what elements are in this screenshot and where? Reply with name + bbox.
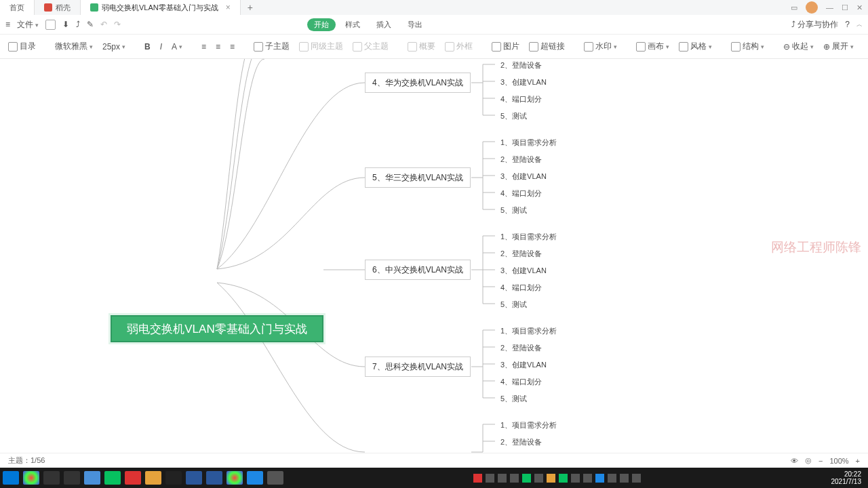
redo-icon[interactable]: ↷	[114, 20, 121, 29]
app-icon-6[interactable]	[267, 471, 283, 485]
taskbar: 20:222021/7/13	[0, 468, 868, 488]
tb-align-center[interactable]: ≡	[216, 42, 220, 52]
leaf-node[interactable]: 2、登陆设备	[500, 343, 542, 353]
branch-node[interactable]: 6、中兴交换机VLAN实战	[365, 260, 471, 280]
tb-styletheme[interactable]: 风格▾	[679, 41, 712, 52]
tb-catalog[interactable]: 目录	[8, 41, 36, 52]
leaf-node[interactable]: 3、创建VLAN	[500, 77, 547, 87]
chrome-icon[interactable]	[23, 471, 39, 485]
tab-pdf[interactable]: 稻壳	[35, 0, 81, 15]
share-button[interactable]: ⤴ 分享与协作	[791, 19, 838, 30]
tb-size[interactable]: 25px▾	[102, 42, 125, 52]
tb-parent: 父主题	[353, 41, 389, 52]
leaf-node[interactable]: 1、项目需求分析	[500, 138, 557, 148]
word-icon[interactable]	[186, 471, 202, 485]
brush-icon[interactable]: ✎	[87, 20, 94, 29]
tb-sibling: 同级主题	[299, 41, 343, 52]
leaf-node[interactable]: 3、创建VLAN	[500, 266, 547, 276]
leaf-node[interactable]: 1、项目需求分析	[500, 420, 557, 430]
app-icon-5[interactable]	[247, 471, 263, 485]
menu-style[interactable]: 样式	[338, 18, 367, 31]
tab-add[interactable]: +	[241, 2, 260, 13]
tb-canvas[interactable]: 画布▾	[636, 41, 669, 52]
close-icon[interactable]: ×	[226, 3, 231, 12]
tab-active[interactable]: 弱电交换机VLAN零基础入门与实战×	[81, 0, 241, 15]
system-tray[interactable]	[473, 474, 641, 483]
leaf-node[interactable]: 4、端口划分	[500, 94, 542, 104]
tb-bold[interactable]: B	[144, 42, 151, 52]
mindmap-canvas[interactable]: 弱电交换机VLAN零基础入门与实战 4、华为交换机VLAN实战2、登陆设备3、创…	[0, 59, 868, 453]
branch-node[interactable]: 7、思科交换机VLAN实战	[365, 357, 471, 377]
pdf-icon	[44, 3, 52, 12]
new-doc-icon[interactable]	[45, 20, 56, 30]
leaf-node[interactable]: 5、测试	[500, 111, 527, 121]
wps-icon[interactable]	[125, 471, 141, 485]
tb-subtopic[interactable]: 子主题	[254, 41, 290, 52]
leaf-node[interactable]: 5、测试	[500, 394, 527, 404]
app-icon-4[interactable]	[145, 471, 161, 485]
leaf-node[interactable]: 1、项目需求分析	[500, 232, 557, 242]
chrome-icon-2[interactable]	[226, 471, 243, 485]
leaf-node[interactable]: 5、测试	[500, 205, 527, 216]
download-icon[interactable]: ⬇	[62, 20, 69, 29]
leaf-node[interactable]: 2、登陆设备	[500, 155, 542, 165]
menubar: ≡ 文件 ▾ ⬇ ⤴ ✎ ↶ ↷ 开始 样式 插入 导出 ⤴ 分享与协作 ? ︿	[0, 15, 868, 35]
leaf-node[interactable]: 5、测试	[500, 300, 527, 310]
wechat-icon[interactable]	[104, 471, 121, 485]
word-icon-2[interactable]	[206, 471, 222, 485]
leaf-node[interactable]: 3、创建VLAN	[500, 360, 547, 370]
branch-node[interactable]: 5、华三交换机VLAN实战	[365, 167, 471, 188]
leaf-node[interactable]: 4、端口划分	[500, 283, 542, 293]
app-icon-2[interactable]	[64, 471, 80, 485]
tb-image[interactable]: 图片	[492, 41, 519, 52]
collapse-ribbon-icon[interactable]: ︿	[856, 20, 863, 29]
branch-node[interactable]: 4、华为交换机VLAN实战	[365, 73, 471, 93]
status-topic: 主题：1/56	[8, 455, 45, 466]
minimize-icon[interactable]: —	[826, 3, 833, 12]
undo-icon[interactable]: ↶	[100, 20, 107, 29]
menu-file[interactable]: 文件 ▾	[17, 19, 39, 30]
help-icon[interactable]: ?	[845, 20, 850, 29]
avatar[interactable]	[806, 1, 818, 14]
export-icon[interactable]: ⤴	[76, 20, 80, 29]
leaf-node[interactable]: 1、项目需求分析	[500, 326, 557, 336]
leaf-node[interactable]: 3、创建VLAN	[500, 171, 547, 182]
menu-insert[interactable]: 插入	[370, 18, 398, 31]
tb-fontcolor[interactable]: A▾	[172, 42, 182, 52]
menu-start[interactable]: 开始	[307, 18, 336, 31]
tb-align-right[interactable]: ≡	[230, 42, 235, 52]
terminal-icon[interactable]	[165, 471, 182, 485]
tb-expand[interactable]: ⊕ 展开▾	[823, 41, 854, 52]
tb-collapse[interactable]: ⊖ 收起▾	[783, 41, 814, 52]
menu-export[interactable]: 导出	[401, 18, 429, 31]
close-window-icon[interactable]: ✕	[856, 3, 863, 12]
leaf-node[interactable]: 4、端口划分	[500, 377, 542, 387]
tab-home[interactable]: 首页	[0, 0, 35, 15]
connectors	[0, 59, 868, 453]
titlebar: 首页 稻壳 弱电交换机VLAN零基础入门与实战× + ▭ — ☐ ✕	[0, 0, 868, 15]
root-node[interactable]: 弱电交换机VLAN零基础入门与实战	[111, 315, 323, 342]
tb-watermark[interactable]: 水印▾	[584, 41, 617, 52]
leaf-node[interactable]: 2、登陆设备	[500, 437, 542, 447]
leaf-node[interactable]: 4、端口划分	[500, 188, 542, 199]
tb-font[interactable]: 微软雅黑▾	[55, 41, 93, 52]
tb-structure[interactable]: 结构▾	[731, 41, 764, 52]
tb-align-left[interactable]: ≡	[201, 42, 206, 52]
menu-hamburger-icon[interactable]: ≡	[5, 20, 10, 29]
leaf-node[interactable]: 2、登陆设备	[500, 60, 542, 70]
grid-icon[interactable]: ▭	[791, 3, 797, 12]
target-icon[interactable]: ◎	[805, 456, 812, 465]
app-icon-3[interactable]	[84, 471, 100, 485]
maximize-icon[interactable]: ☐	[842, 3, 848, 12]
clock[interactable]: 20:222021/7/13	[831, 470, 866, 485]
start-button[interactable]	[3, 471, 19, 485]
tb-italic[interactable]: I	[160, 42, 162, 52]
tb-summary: 概要	[408, 41, 435, 52]
toolbar: 目录 微软雅黑▾ 25px▾ B I A▾ ≡ ≡ ≡ 子主题 同级主题 父主题…	[0, 35, 868, 59]
leaf-node[interactable]: 2、登陆设备	[500, 249, 542, 259]
tb-link[interactable]: 超链接	[529, 41, 565, 52]
app-icon-1[interactable]	[43, 471, 60, 485]
zoom-out-icon[interactable]: −	[818, 457, 823, 465]
zoom-in-icon[interactable]: +	[856, 457, 860, 465]
eye-icon[interactable]: 👁	[791, 457, 798, 465]
